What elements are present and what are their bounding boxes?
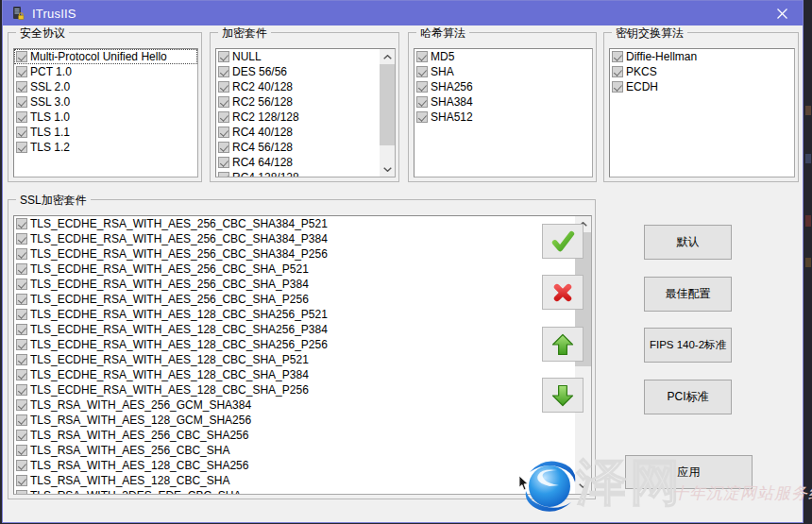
- hash-list[interactable]: MD5 SHA SHA256 SHA384: [414, 48, 593, 177]
- checkbox-checked-icon[interactable]: [16, 430, 27, 441]
- ssl-suite-list-item[interactable]: TLS_RSA_WITH_AES_256_CBC_SHA256: [14, 428, 591, 443]
- checkbox-checked-icon[interactable]: [218, 157, 229, 168]
- checkbox-checked-icon[interactable]: [16, 111, 27, 123]
- checkbox-checked-icon[interactable]: [16, 66, 27, 77]
- checkbox-checked-icon[interactable]: [612, 66, 623, 77]
- scroll-down-icon[interactable]: [380, 161, 395, 177]
- checkbox-checked-icon[interactable]: [416, 81, 428, 93]
- checkbox-checked-icon[interactable]: [416, 66, 428, 77]
- hash-list-item[interactable]: SHA: [414, 64, 592, 79]
- scrollbar-thumb[interactable]: [380, 64, 395, 145]
- checkbox-checked-icon[interactable]: [416, 96, 428, 108]
- cipher-list-scrollbar[interactable]: [380, 49, 395, 177]
- enable-selected-button[interactable]: [542, 224, 584, 259]
- checkbox-checked-icon[interactable]: [16, 445, 27, 456]
- cipher-list-item[interactable]: RC4 128/128: [216, 170, 395, 177]
- ssl-suite-list-item[interactable]: TLS_ECDHE_RSA_WITH_AES_128_CBC_SHA_P256: [14, 382, 591, 397]
- ssl-suite-list-item[interactable]: TLS_RSA_WITH_AES_128_CBC_SHA: [14, 473, 591, 488]
- checkbox-checked-icon[interactable]: [218, 96, 229, 108]
- checkbox-checked-icon[interactable]: [16, 384, 27, 396]
- protocol-list-item[interactable]: PCT 1.0: [14, 64, 197, 79]
- protocol-list-item[interactable]: TLS 1.2: [14, 140, 197, 155]
- ssl-suite-list-item[interactable]: TLS_RSA_WITH_AES_128_GCM_SHA256: [14, 413, 591, 428]
- ssl-suite-list-item[interactable]: TLS_RSA_WITH_AES_256_CBC_SHA: [14, 443, 591, 458]
- scroll-up-icon[interactable]: [380, 49, 395, 64]
- checkbox-checked-icon[interactable]: [218, 81, 229, 93]
- protocol-list-item[interactable]: SSL 3.0: [14, 94, 197, 110]
- hash-list-item[interactable]: SHA256: [414, 79, 592, 94]
- cipher-list-item[interactable]: RC4 40/128: [216, 125, 395, 140]
- ssl-suite-list-item[interactable]: TLS_ECDHE_RSA_WITH_AES_256_CBC_SHA384_P3…: [14, 231, 591, 246]
- cipher-list-item[interactable]: RC4 56/128: [216, 140, 395, 155]
- apply-button[interactable]: 应用: [625, 455, 753, 489]
- ssl-suite-list-item[interactable]: TLS_ECDHE_RSA_WITH_AES_256_CBC_SHA384_P2…: [14, 246, 591, 262]
- ssl-suite-list-item[interactable]: TLS_ECDHE_RSA_WITH_AES_256_CBC_SHA_P384: [14, 277, 591, 292]
- cipher-list-item[interactable]: DES 56/56: [216, 64, 395, 79]
- disable-selected-button[interactable]: [542, 275, 584, 310]
- hash-list-item[interactable]: SHA512: [414, 110, 592, 125]
- checkbox-checked-icon[interactable]: [16, 475, 27, 486]
- checkbox-checked-icon[interactable]: [218, 142, 229, 153]
- checkbox-checked-icon[interactable]: [16, 460, 27, 471]
- checkbox-checked-icon[interactable]: [612, 51, 623, 62]
- checkbox-checked-icon[interactable]: [16, 309, 27, 320]
- checkbox-checked-icon[interactable]: [416, 51, 428, 62]
- close-button[interactable]: [761, 1, 803, 25]
- ssl-suite-list-item[interactable]: TLS_ECDHE_RSA_WITH_AES_128_CBC_SHA_P521: [14, 352, 591, 367]
- ssl-suite-list-item[interactable]: TLS_RSA_WITH_3DES_EDE_CBC_SHA: [14, 488, 591, 495]
- checkbox-checked-icon[interactable]: [16, 263, 27, 275]
- checkbox-checked-icon[interactable]: [218, 127, 229, 138]
- cipher-list-item[interactable]: RC2 56/128: [216, 94, 395, 110]
- cipher-list-item[interactable]: NULL: [216, 49, 395, 64]
- protocol-list-item[interactable]: TLS 1.0: [14, 110, 197, 125]
- protocol-list-item[interactable]: TLS 1.1: [14, 125, 197, 140]
- checkbox-checked-icon[interactable]: [16, 399, 27, 411]
- cipher-list-item[interactable]: RC2 40/128: [216, 79, 395, 94]
- cipher-list[interactable]: NULL DES 56/56 RC2 40/128 RC2 56: [215, 48, 396, 177]
- checkbox-checked-icon[interactable]: [16, 490, 27, 495]
- checkbox-checked-icon[interactable]: [16, 142, 27, 153]
- cipher-list-item[interactable]: RC2 128/128: [216, 110, 395, 125]
- checkbox-checked-icon[interactable]: [218, 51, 229, 62]
- checkbox-checked-icon[interactable]: [16, 339, 27, 350]
- fips-standard-button[interactable]: FIPS 140-2标准: [644, 328, 732, 363]
- move-down-button[interactable]: [542, 378, 584, 413]
- checkbox-checked-icon[interactable]: [16, 218, 27, 229]
- ssl-suite-list-item[interactable]: TLS_ECDHE_RSA_WITH_AES_128_CBC_SHA256_P5…: [14, 307, 591, 322]
- checkbox-checked-icon[interactable]: [16, 354, 27, 365]
- move-up-button[interactable]: [542, 327, 584, 362]
- checkbox-checked-icon[interactable]: [16, 279, 27, 290]
- checkbox-checked-icon[interactable]: [16, 81, 27, 93]
- scroll-down-icon[interactable]: [575, 478, 591, 494]
- key-exchange-list-item[interactable]: Diffie-Hellman: [610, 49, 794, 64]
- protocol-list-item[interactable]: SSL 2.0: [14, 79, 197, 94]
- checkbox-checked-icon[interactable]: [218, 111, 229, 123]
- ssl-suite-list-item[interactable]: TLS_RSA_WITH_AES_128_CBC_SHA256: [14, 458, 591, 473]
- checkbox-checked-icon[interactable]: [16, 233, 27, 245]
- ssl-suite-list-item[interactable]: TLS_ECDHE_RSA_WITH_AES_128_CBC_SHA256_P2…: [14, 337, 591, 352]
- checkbox-checked-icon[interactable]: [16, 414, 27, 426]
- checkbox-checked-icon[interactable]: [16, 294, 27, 305]
- ssl-suite-list-item[interactable]: TLS_ECDHE_RSA_WITH_AES_256_CBC_SHA_P521: [14, 262, 591, 277]
- key-exchange-list[interactable]: Diffie-Hellman PKCS ECDH: [609, 48, 795, 177]
- checkbox-checked-icon[interactable]: [16, 248, 27, 260]
- checkbox-checked-icon[interactable]: [612, 81, 623, 93]
- ssl-suite-list-item[interactable]: TLS_RSA_WITH_AES_256_GCM_SHA384: [14, 397, 591, 413]
- checkbox-checked-icon[interactable]: [218, 66, 229, 77]
- ssl-suite-list-item[interactable]: TLS_ECDHE_RSA_WITH_AES_256_CBC_SHA384_P5…: [14, 216, 591, 231]
- protocol-list-item[interactable]: Multi-Protocol Unified Hello: [14, 49, 197, 64]
- pci-standard-button[interactable]: PCI标准: [644, 380, 732, 414]
- hash-list-item[interactable]: SHA384: [414, 94, 592, 110]
- checkbox-checked-icon[interactable]: [16, 127, 27, 138]
- protocol-list[interactable]: Multi-Protocol Unified Hello PCT 1.0 SSL…: [13, 48, 198, 177]
- checkbox-checked-icon[interactable]: [16, 369, 27, 380]
- ssl-suite-list[interactable]: TLS_ECDHE_RSA_WITH_AES_256_CBC_SHA384_P5…: [13, 215, 592, 495]
- title-bar[interactable]: ITrusIIS: [3, 1, 803, 25]
- checkbox-checked-icon[interactable]: [218, 172, 229, 177]
- ssl-suite-list-item[interactable]: TLS_ECDHE_RSA_WITH_AES_128_CBC_SHA256_P3…: [14, 322, 591, 337]
- hash-list-item[interactable]: MD5: [414, 49, 592, 64]
- checkbox-checked-icon[interactable]: [16, 96, 27, 108]
- checkbox-checked-icon[interactable]: [16, 51, 27, 62]
- checkbox-checked-icon[interactable]: [16, 324, 27, 335]
- ssl-suite-list-item[interactable]: TLS_ECDHE_RSA_WITH_AES_128_CBC_SHA_P384: [14, 367, 591, 382]
